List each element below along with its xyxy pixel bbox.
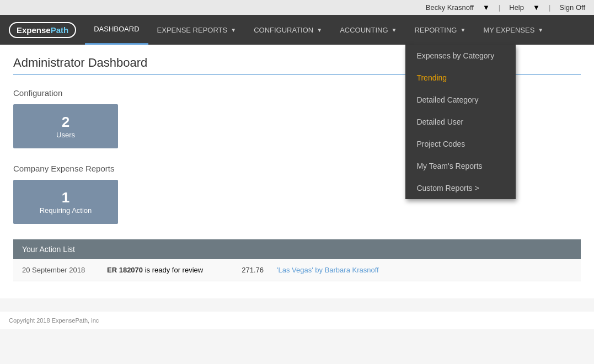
nav-item-expense-reports[interactable]: EXPENSE REPORTS ▼ [148, 15, 245, 45]
help-menu[interactable]: Help [509, 3, 524, 12]
company-expense-stat-label: Requiring Action [40, 206, 92, 215]
configuration-stat-number: 2 [62, 114, 69, 131]
nav-item-accounting[interactable]: ACCOUNTING ▼ [331, 15, 405, 45]
nav-item-reporting[interactable]: REPORTING ▼ Expenses by Category Trendin… [405, 15, 474, 45]
dropdown-trending[interactable]: Trending [405, 67, 516, 89]
table-row: 20 September 2018 ER 182070 is ready for… [13, 259, 581, 281]
top-bar: Becky Krasnoff ▼ | Help ▼ | Sign Off [0, 0, 594, 15]
nav-item-configuration[interactable]: CONFIGURATION ▼ [245, 15, 331, 45]
configuration-stat-label: Users [56, 131, 75, 139]
separator-1: | [499, 3, 500, 12]
reporting-dropdown: Expenses by Category Trending Detailed C… [405, 45, 516, 199]
caret-help: ▼ [533, 3, 540, 12]
action-list: Your Action List 20 September 2018 ER 18… [13, 239, 581, 281]
nav-items: DASHBOARD EXPENSE REPORTS ▼ CONFIGURATIO… [85, 15, 594, 45]
caret-configuration: ▼ [317, 27, 322, 33]
action-list-header: Your Action List [13, 239, 581, 259]
navbar: ExpensePath DASHBOARD EXPENSE REPORTS ▼ … [0, 15, 594, 45]
dropdown-custom-reports[interactable]: Custom Reports > [405, 177, 516, 199]
dropdown-expenses-by-category[interactable]: Expenses by Category [405, 45, 516, 67]
action-desc: 'Las Vegas' by Barbara Krasnoff [277, 266, 379, 274]
caret-accounting: ▼ [392, 27, 397, 33]
action-amount: 271.76 [231, 266, 264, 274]
footer: Copyright 2018 ExpensePath, inc [0, 312, 594, 329]
dropdown-detailed-category[interactable]: Detailed Category [405, 89, 516, 111]
company-expense-stat-number: 1 [62, 189, 69, 206]
company-expense-stat-box[interactable]: 1 Requiring Action [13, 180, 118, 224]
action-desc-link[interactable]: 'Las Vegas' by Barbara Krasnoff [277, 266, 379, 274]
logo[interactable]: ExpensePath [0, 17, 85, 44]
user-menu[interactable]: Becky Krasnoff [426, 3, 474, 12]
action-er-link[interactable]: ER 182070 [107, 266, 143, 274]
nav-item-my-expenses[interactable]: MY EXPENSES ▼ [474, 15, 552, 45]
separator-2: | [549, 3, 550, 12]
action-er: ER 182070 is ready for review [107, 266, 217, 274]
dropdown-detailed-user[interactable]: Detailed User [405, 111, 516, 133]
sign-off-link[interactable]: Sign Off [559, 3, 585, 12]
caret-reporting: ▼ [460, 27, 465, 33]
action-date: 20 September 2018 [22, 266, 94, 274]
nav-item-dashboard[interactable]: DASHBOARD [85, 15, 148, 45]
action-er-text: is ready for review [143, 266, 203, 274]
dropdown-my-teams-reports[interactable]: My Team's Reports [405, 155, 516, 177]
configuration-stat-box[interactable]: 2 Users [13, 104, 118, 148]
caret-my-expenses: ▼ [538, 27, 543, 33]
footer-text: Copyright 2018 ExpensePath, inc [9, 317, 99, 324]
dropdown-project-codes[interactable]: Project Codes [405, 133, 516, 155]
caret-user: ▼ [483, 3, 490, 12]
logo-box: ExpensePath [9, 22, 76, 38]
caret-expense-reports: ▼ [231, 27, 236, 33]
